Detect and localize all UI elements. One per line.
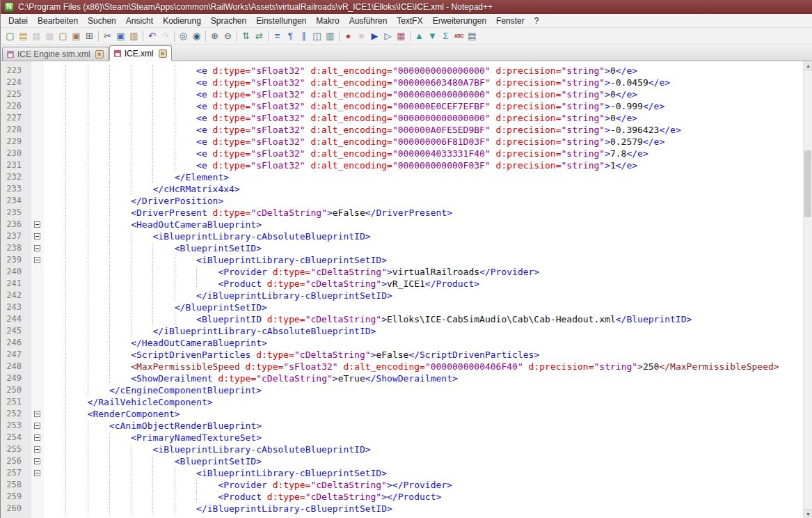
vertical-scrollbar[interactable]: ▲ ▼ — [803, 61, 812, 518]
save-icon[interactable]: ▦ — [30, 29, 43, 42]
code-text[interactable]: <e d:type="sFloat32" d:alt_encoding="000… — [44, 124, 812, 136]
code-text[interactable]: </BlueprintSetID> — [44, 301, 812, 313]
code-text[interactable]: <e d:type="sFloat32" d:alt_encoding="000… — [44, 100, 812, 112]
user-define-language-icon[interactable]: ◫ — [310, 29, 324, 42]
code-text[interactable]: <iBlueprintLibrary-cBlueprintSetID> — [44, 467, 812, 479]
fold-toggle-icon[interactable] — [34, 245, 40, 251]
code-text[interactable]: <HeadOutCameraBlueprint> — [44, 219, 812, 230]
code-text[interactable]: </iBlueprintLibrary-cAbsoluteBlueprintID… — [44, 325, 812, 337]
plugin-panel-icon[interactable]: ▤ — [465, 29, 479, 42]
save-macro-icon[interactable]: ▦ — [395, 29, 408, 42]
open-folder-icon[interactable]: ▤ — [17, 29, 30, 42]
save-all-icon[interactable]: ▩ — [43, 29, 56, 42]
spell-check-icon[interactable]: ABC — [452, 29, 465, 42]
code-text[interactable]: </RailVehicleComponent> — [44, 396, 812, 408]
code-text[interactable]: </cEngineComponentBlueprint> — [44, 384, 812, 396]
new-file-icon[interactable]: ▢ — [3, 29, 17, 42]
cut-icon[interactable]: ✂ — [101, 29, 114, 42]
fold-toggle-icon[interactable] — [34, 470, 40, 476]
run-macro-multiple-icon[interactable]: ▷ — [381, 29, 395, 42]
zoom-out-icon[interactable]: ⊖ — [221, 29, 234, 42]
print-icon[interactable]: ⊞ — [83, 29, 96, 42]
code-text[interactable]: <BlueprintSetID> — [44, 242, 812, 254]
menu-item-kodierung[interactable]: Kodierung — [158, 15, 206, 27]
fold-toggle-icon[interactable] — [34, 458, 40, 464]
paste-icon[interactable]: ▥ — [127, 29, 141, 42]
menu-item-ansicht[interactable]: Ansicht — [121, 15, 158, 27]
code-text[interactable]: <ScriptDrivenParticles d:type="cDeltaStr… — [44, 349, 812, 361]
menu-item-datei[interactable]: Datei — [3, 15, 33, 27]
document-map-icon[interactable]: ▥ — [324, 29, 337, 42]
word-wrap-icon[interactable]: ≡ — [271, 29, 284, 42]
code-text[interactable]: <e d:type="sFloat32" d:alt_encoding="000… — [44, 148, 812, 159]
code-text[interactable]: </iBlueprintLibrary-cBlueprintSetID> — [44, 503, 812, 515]
tab-close-icon[interactable]: × — [159, 49, 167, 58]
code-text[interactable]: </DriverPosition> — [44, 195, 812, 207]
record-macro-icon[interactable]: ● — [342, 29, 355, 42]
code-text[interactable]: <DriverPresent d:type="cDeltaString">eFa… — [44, 207, 812, 219]
editor-area[interactable]: 223<e d:type="sFloat32" d:alt_encoding="… — [1, 61, 812, 518]
fold-toggle-icon[interactable] — [34, 446, 40, 453]
code-text[interactable]: <e d:type="sFloat32" d:alt_encoding="000… — [44, 77, 812, 88]
close-file-icon[interactable]: ▢ — [56, 29, 70, 42]
code-text[interactable]: <Product d:type="cDeltaString"></Product… — [44, 491, 812, 503]
plugin-sum-icon[interactable]: Σ — [439, 29, 452, 42]
code-text[interactable]: <Product d:type="cDeltaString">vR_ICE1</… — [44, 278, 812, 290]
play-macro-icon[interactable]: ▶ — [368, 29, 381, 42]
zoom-in-icon[interactable]: ⊕ — [208, 29, 221, 42]
code-text[interactable]: <iBlueprintLibrary-cAbsoluteBlueprintID> — [44, 444, 812, 455]
tab-ice-engine-sim-xml[interactable]: ICE Engine sim.xml× — [2, 47, 109, 61]
code-text[interactable]: </iBlueprintLibrary-cBlueprintSetID> — [44, 290, 812, 301]
fold-toggle-icon[interactable] — [34, 257, 40, 263]
fold-toggle-icon[interactable] — [34, 411, 40, 417]
fold-toggle-icon[interactable] — [34, 423, 40, 429]
scroll-up-icon[interactable]: ▲ — [804, 61, 812, 70]
code-text[interactable]: </Element> — [44, 171, 812, 183]
sync-vertical-scroll-icon[interactable]: ⇅ — [239, 29, 253, 42]
code-text[interactable]: <Provider d:type="cDeltaString">virtualR… — [44, 266, 812, 278]
code-text[interactable]: <e d:type="sFloat32" d:alt_encoding="000… — [44, 136, 812, 148]
scroll-down-icon[interactable]: ▼ — [804, 509, 812, 518]
code-text[interactable]: <ShowDerailment d:type="cDeltaString">eT… — [44, 372, 812, 384]
redo-icon[interactable]: ↷ — [159, 29, 172, 42]
menu-item-bearbeiten[interactable]: Bearbeiten — [33, 15, 83, 27]
code-text[interactable]: <iBlueprintLibrary-cBlueprintSetID> — [44, 254, 812, 266]
indent-guide-icon[interactable]: ∥ — [297, 29, 310, 42]
replace-icon[interactable]: ◉ — [190, 29, 203, 42]
code-text[interactable]: <iBlueprintLibrary-cAbsoluteBlueprintID> — [44, 230, 812, 242]
fold-toggle-icon[interactable] — [34, 434, 40, 441]
menu-item-hilfe[interactable]: ? — [530, 15, 544, 27]
code-text[interactable]: </cHcRMatrix4x4> — [44, 183, 812, 195]
tab-ice-xml[interactable]: ICE.xml× — [109, 45, 172, 61]
close-all-files-icon[interactable]: ▣ — [70, 29, 83, 42]
menu-item-erweiterungen[interactable]: Erweiterungen — [428, 15, 491, 27]
copy-icon[interactable]: ▣ — [114, 29, 127, 42]
code-text[interactable]: <e d:type="sFloat32" d:alt_encoding="000… — [44, 112, 812, 124]
code-text[interactable]: <BlueprintID d:type="cDeltaString">Ellok… — [44, 313, 812, 325]
code-text[interactable]: <RenderComponent> — [44, 408, 812, 420]
code-text[interactable]: <MaxPermissibleSpeed d:type="sFloat32" d… — [44, 361, 812, 372]
menu-item-textfx[interactable]: TextFX — [392, 15, 427, 27]
tab-close-icon[interactable]: × — [95, 50, 104, 58]
show-all-characters-icon[interactable]: ¶ — [284, 29, 297, 42]
sync-horizontal-scroll-icon[interactable]: ⇄ — [253, 29, 266, 42]
menu-item-einstellungen[interactable]: Einstellungen — [251, 15, 311, 27]
scrollbar-thumb[interactable] — [804, 150, 811, 217]
menu-item-sprachen[interactable]: Sprachen — [206, 15, 251, 27]
menu-item-fenster[interactable]: Fenster — [491, 15, 530, 27]
find-icon[interactable]: ◎ — [177, 29, 190, 42]
code-text[interactable]: <e d:type="sFloat32" d:alt_encoding="000… — [44, 88, 812, 100]
code-text[interactable]: <e d:type="sFloat32" d:alt_encoding="000… — [44, 159, 812, 171]
menu-item-ausfuehren[interactable]: Ausführen — [344, 15, 392, 27]
code-text[interactable]: <BlueprintSetID> — [44, 455, 812, 467]
fold-toggle-icon[interactable] — [34, 221, 40, 228]
plugin-sort-asc-icon[interactable]: ▲ — [413, 29, 426, 42]
stop-macro-icon[interactable]: ■ — [355, 29, 368, 42]
code-text[interactable]: <Provider d:type="cDeltaString"></Provid… — [44, 479, 812, 491]
code-text[interactable]: <cAnimObjectRenderBlueprint> — [44, 420, 812, 432]
code-text[interactable]: <PrimaryNamedTextureSet> — [44, 432, 812, 444]
plugin-sort-desc-icon[interactable]: ▼ — [426, 29, 439, 42]
menu-item-makro[interactable]: Makro — [311, 15, 344, 27]
menu-item-suchen[interactable]: Suchen — [83, 15, 121, 27]
undo-icon[interactable]: ↶ — [145, 29, 159, 42]
